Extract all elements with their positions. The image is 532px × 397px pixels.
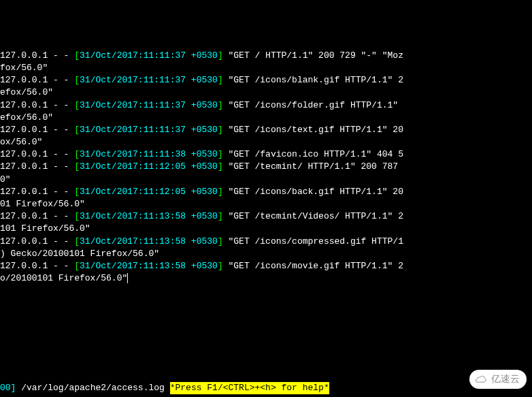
- cloud-icon: [473, 375, 488, 384]
- access-log-wrap: efox/56.0": [0, 86, 532, 99]
- access-log-wrap: 01 Firefox/56.0": [0, 198, 532, 210]
- blank-space: [0, 298, 532, 370]
- access-log-wrap: 0": [0, 174, 532, 186]
- access-log-line: 127.0.0.1 - - [31/Oct/2017:11:11:37 +053…: [0, 124, 532, 136]
- access-log-wrap: efox/56.0": [0, 112, 532, 124]
- access-log-pane: 127.0.0.1 - - [31/Oct/2017:11:11:37 +053…: [0, 50, 532, 285]
- access-log-line: 127.0.0.1 - - [31/Oct/2017:11:13:58 +053…: [0, 210, 532, 223]
- access-log-line: 127.0.0.1 - - [31/Oct/2017:11:11:37 +053…: [0, 74, 532, 86]
- access-log-line: 127.0.0.1 - - [31/Oct/2017:11:11:37 +053…: [0, 99, 532, 112]
- watermark-badge: 亿速云: [469, 370, 527, 389]
- access-log-line: 127.0.0.1 - - [31/Oct/2017:11:13:58 +053…: [0, 236, 532, 248]
- access-log-line: 127.0.0.1 - - [31/Oct/2017:11:12:05 +053…: [0, 186, 532, 198]
- access-log-wrap: ox/56.0": [0, 136, 532, 148]
- access-log-line: 127.0.0.1 - - [31/Oct/2017:11:11:37 +053…: [0, 50, 532, 62]
- watermark-text: 亿速云: [491, 372, 520, 386]
- status-prefix: 00]: [0, 383, 16, 393]
- access-log-wrap: 101 Firefox/56.0": [0, 223, 532, 235]
- cursor: [127, 273, 128, 283]
- access-log-line: 127.0.0.1 - - [31/Oct/2017:11:13:58 +053…: [0, 260, 532, 272]
- status-path: /var/log/apache2/access.log: [21, 383, 165, 393]
- access-log-wrap: o/20100101 Firefox/56.0": [0, 272, 532, 285]
- status-bar: 00] /var/log/apache2/access.log *Press F…: [0, 382, 532, 394]
- access-log-line: 127.0.0.1 - - [31/Oct/2017:11:12:05 +053…: [0, 161, 532, 173]
- access-log-line: 127.0.0.1 - - [31/Oct/2017:11:11:38 +053…: [0, 148, 532, 161]
- status-help: *Press F1/<CTRL>+<h> for help*: [170, 382, 329, 394]
- access-log-wrap: fox/56.0": [0, 62, 532, 74]
- access-log-wrap: ) Gecko/20100101 Firefox/56.0": [0, 248, 532, 260]
